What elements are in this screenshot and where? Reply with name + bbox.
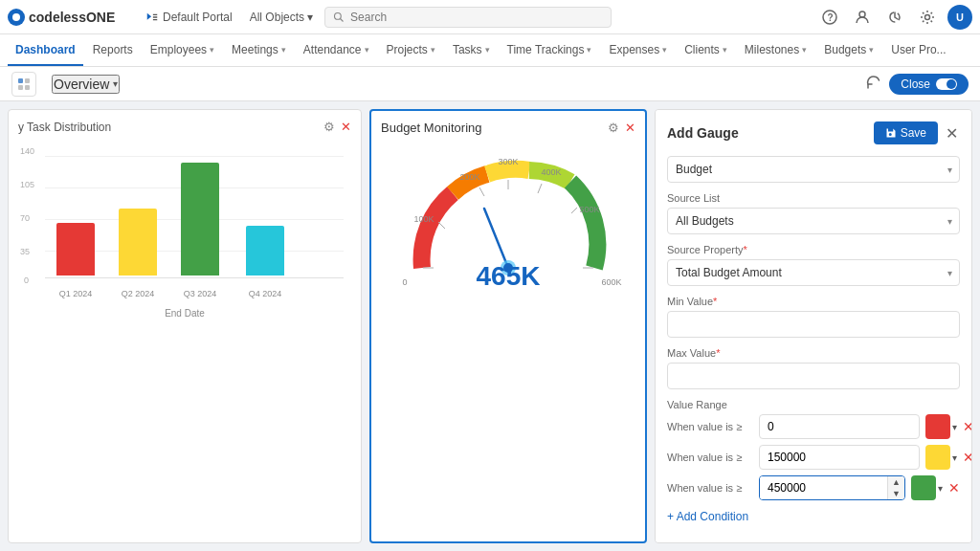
svg-text:400K: 400K xyxy=(541,167,561,177)
svg-text:100K: 100K xyxy=(413,214,434,224)
svg-point-5 xyxy=(925,14,930,19)
budget-close-icon[interactable]: ✕ xyxy=(625,121,635,135)
search-input[interactable] xyxy=(350,11,603,24)
source-list-group: Source List All Budgets ▾ xyxy=(667,192,960,234)
min-value-group: Min Value* 0 xyxy=(667,296,960,338)
range-2-color-button[interactable] xyxy=(925,445,950,470)
settings-icon[interactable] xyxy=(915,5,940,30)
svg-point-4 xyxy=(859,11,865,17)
source-list-select[interactable]: All Budgets xyxy=(667,208,960,234)
overview-actions: Close xyxy=(866,74,969,95)
nav-expenses[interactable]: Expenses ▾ xyxy=(601,34,675,66)
widget-icon[interactable] xyxy=(11,72,36,97)
max-value-input[interactable]: 600000 xyxy=(667,363,960,389)
source-property-select[interactable]: Total Budget Amount xyxy=(667,259,960,286)
spinner-up-button[interactable]: ▲ xyxy=(888,476,904,488)
add-gauge-panel: Add Gauge Save ✕ Budget ▾ S xyxy=(655,109,972,543)
topbar: codelessONE Default Portal All Objects ▾… xyxy=(0,0,980,34)
nav-employees-label: Employees xyxy=(150,43,207,56)
budget-settings-icon[interactable]: ⚙ xyxy=(608,121,619,135)
nav-tasks-arrow: ▾ xyxy=(485,45,490,55)
budget-panel-actions: ⚙ ✕ xyxy=(608,121,635,135)
value-range-label: Value Range xyxy=(667,399,960,410)
nav-user-profile[interactable]: User Pro... xyxy=(883,34,953,66)
range-2-color-arrow[interactable]: ▾ xyxy=(952,452,957,463)
portal-button[interactable]: Default Portal xyxy=(140,9,238,26)
range-1-color-arrow[interactable]: ▾ xyxy=(952,422,957,432)
nav-clients-arrow: ▾ xyxy=(723,45,727,55)
nav-attendance-label: Attendance xyxy=(303,43,362,56)
range-3-label: When value is ≥ xyxy=(667,482,753,494)
range-2-delete-icon[interactable]: ✕ xyxy=(963,450,972,465)
min-value-input[interactable]: 0 xyxy=(667,311,960,338)
search-bar[interactable] xyxy=(324,7,612,28)
range-3-input[interactable] xyxy=(760,476,887,499)
add-condition-label: + Add Condition xyxy=(667,510,748,523)
nav-time-trackings-arrow: ▾ xyxy=(587,45,591,55)
main-content: y Task Distribution ⚙ ✕ 140 105 70 35 0 … xyxy=(0,101,980,551)
min-required-star: * xyxy=(713,296,717,307)
nav-time-trackings[interactable]: Time Trackings ▾ xyxy=(500,34,600,66)
nav-budgets[interactable]: Budgets ▾ xyxy=(816,34,881,66)
all-objects-label: All Objects xyxy=(250,11,304,24)
range-3-color-button[interactable] xyxy=(911,475,936,500)
range-3-delete-icon[interactable]: ✕ xyxy=(948,480,960,496)
users-icon[interactable] xyxy=(850,5,875,30)
nav-milestones-arrow: ▾ xyxy=(802,45,807,55)
range-1-input[interactable] xyxy=(759,414,920,439)
chart-close-icon[interactable]: ✕ xyxy=(341,120,351,134)
svg-rect-9 xyxy=(25,85,30,90)
nav-attendance[interactable]: Attendance ▾ xyxy=(296,34,377,66)
min-value-label: Min Value* xyxy=(667,296,960,307)
close-button[interactable]: Close xyxy=(889,74,969,95)
svg-line-1 xyxy=(341,18,344,21)
nav-dashboard[interactable]: Dashboard xyxy=(8,34,83,66)
nav-employees[interactable]: Employees ▾ xyxy=(143,34,222,66)
svg-text:?: ? xyxy=(828,12,834,23)
chart-settings-icon[interactable]: ⚙ xyxy=(323,120,335,134)
spinner-down-button[interactable]: ▼ xyxy=(888,488,904,499)
svg-line-21 xyxy=(538,184,542,193)
nav-tasks[interactable]: Tasks ▾ xyxy=(445,34,498,66)
range-row-1: When value is ≥ ▾ ✕ xyxy=(667,414,960,439)
range-1-color-button[interactable] xyxy=(925,414,950,439)
svg-rect-7 xyxy=(25,78,30,83)
range-1-color-wrapper: ▾ xyxy=(925,414,957,439)
nav-reports[interactable]: Reports xyxy=(85,34,141,66)
panel-close-button[interactable]: ✕ xyxy=(944,122,960,144)
budget-select[interactable]: Budget xyxy=(667,156,960,183)
nav-clients[interactable]: Clients ▾ xyxy=(677,34,735,66)
add-condition-button[interactable]: + Add Condition xyxy=(667,510,960,523)
svg-line-24 xyxy=(484,209,508,268)
range-1-delete-icon[interactable]: ✕ xyxy=(963,419,972,434)
nav-time-trackings-label: Time Trackings xyxy=(507,43,585,56)
task-distribution-chart: y Task Distribution ⚙ ✕ 140 105 70 35 0 … xyxy=(8,109,362,543)
bar-q4-label: Q4 2024 xyxy=(246,289,284,298)
range-3-color-arrow[interactable]: ▾ xyxy=(938,483,943,494)
max-value-group: Max Value* 600000 xyxy=(667,347,960,389)
nav-projects[interactable]: Projects ▾ xyxy=(379,34,443,66)
nav-meetings-label: Meetings xyxy=(232,43,278,56)
range-row-2: When value is ≥ ▾ ✕ xyxy=(667,445,960,470)
chart-actions: ⚙ ✕ xyxy=(323,120,351,134)
overview-button[interactable]: Overview ▾ xyxy=(52,75,120,94)
range-2-input[interactable] xyxy=(759,445,920,470)
nav-meetings[interactable]: Meetings ▾ xyxy=(224,34,294,66)
close-label: Close xyxy=(901,77,930,91)
overview-label: Overview xyxy=(54,77,109,92)
refresh-icon[interactable] xyxy=(866,75,881,93)
avatar[interactable]: U xyxy=(947,5,972,30)
logo-text: codelessONE xyxy=(29,10,115,25)
svg-line-22 xyxy=(571,208,577,213)
save-button[interactable]: Save xyxy=(874,121,938,144)
nav-meetings-arrow: ▾ xyxy=(281,45,286,55)
gauge-container: 0 100K 200K 300K 400K 500K 600K xyxy=(381,139,635,301)
nav-milestones-label: Milestones xyxy=(745,43,799,56)
all-objects-button[interactable]: All Objects ▾ xyxy=(246,9,317,26)
nav-milestones[interactable]: Milestones ▾ xyxy=(737,34,814,66)
toggle xyxy=(936,78,957,90)
budget-select-wrapper: Budget ▾ xyxy=(667,156,960,183)
history-icon[interactable] xyxy=(882,5,907,30)
help-icon[interactable]: ? xyxy=(817,5,842,30)
required-star: * xyxy=(743,244,746,255)
